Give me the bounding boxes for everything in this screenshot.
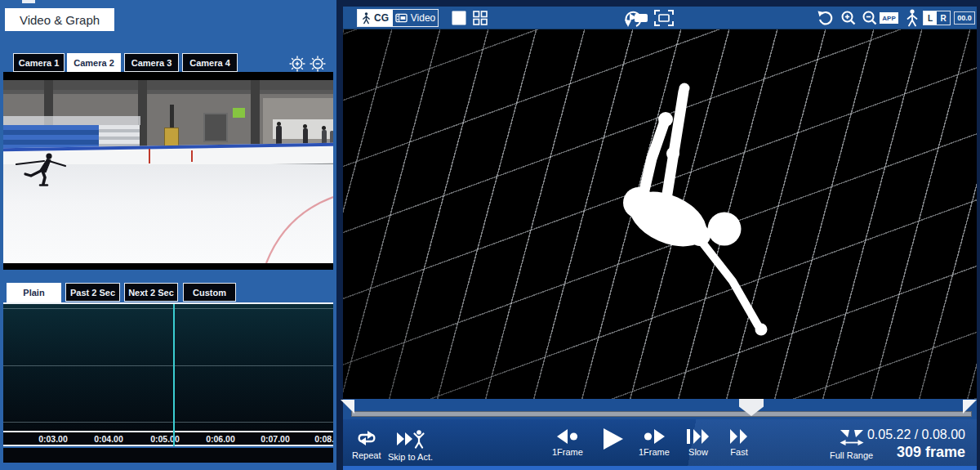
- timeline-lower-area: [3, 448, 333, 463]
- range-start-marker[interactable]: [341, 400, 354, 414]
- speed-badge[interactable]: 00.0: [954, 11, 975, 25]
- brightness-increase-button[interactable]: [289, 56, 305, 72]
- timeline-tick: 0:04.00: [82, 434, 135, 444]
- exit-sign: [233, 108, 245, 118]
- lr-toggle-left[interactable]: L: [924, 11, 937, 25]
- mannequin-figure: [343, 29, 977, 399]
- frame-forward-icon: [644, 429, 665, 444]
- video-graph-panel: Video & Graph Camera 1 Camera 2 Camera 3…: [0, 0, 336, 470]
- repeat-button[interactable]: Repeat: [352, 429, 381, 460]
- reset-view-icon: [817, 9, 835, 27]
- fast-label: Fast: [730, 447, 747, 457]
- timeline-tick: 0:03.00: [27, 434, 79, 444]
- graph-gridline: [3, 308, 333, 309]
- quad-view-button[interactable]: [473, 11, 488, 25]
- spectator-head: [322, 126, 326, 130]
- skater-silhouette: [13, 150, 70, 189]
- tab-graph-past-2-sec[interactable]: Past 2 Sec: [65, 283, 120, 302]
- rink-door: [203, 113, 228, 142]
- fast-icon: [729, 429, 749, 444]
- boards-red-line: [149, 149, 150, 163]
- repeat-label: Repeat: [352, 450, 381, 460]
- frame-back-label: 1Frame: [552, 447, 583, 457]
- skip-to-action-button[interactable]: Skip to Act.: [388, 429, 433, 462]
- play-icon: [603, 427, 624, 450]
- timeline-tick: 00: [3, 434, 23, 444]
- cg-3d-viewport[interactable]: [343, 29, 977, 399]
- zoom-in-button[interactable]: [840, 9, 858, 27]
- playback-scrubber[interactable]: [343, 399, 977, 419]
- graph-time-cursor[interactable]: [173, 304, 175, 446]
- tab-cg-label: CG: [374, 12, 389, 24]
- frame-back-icon: [557, 429, 578, 444]
- skip-to-action-icon: [396, 429, 425, 449]
- fast-button[interactable]: Fast: [729, 429, 749, 457]
- scrubber-track[interactable]: [351, 411, 972, 417]
- camera-follow-button[interactable]: [622, 8, 652, 29]
- lr-toggle[interactable]: L R: [923, 11, 951, 25]
- frame-back-button[interactable]: 1Frame: [552, 429, 583, 457]
- timeline-tick: 0:05.00: [139, 434, 191, 444]
- brightness-decrease-button[interactable]: [310, 56, 326, 72]
- camera-video-feed[interactable]: [3, 72, 333, 270]
- spectator-head: [303, 124, 307, 128]
- spectator-head: [277, 122, 281, 126]
- top-edge-artifact: [22, 0, 35, 3]
- current-total-time: 0.05.22 / 0.08.00: [867, 427, 965, 442]
- tab-cg-view[interactable]: CG: [358, 10, 393, 26]
- tab-graph-plain[interactable]: Plain: [7, 283, 61, 302]
- tab-graph-custom[interactable]: Custom: [183, 283, 236, 302]
- person-icon: [362, 12, 371, 25]
- brightness-increase-icon: [289, 56, 305, 72]
- right-panel-bottom-border: [343, 466, 977, 470]
- tab-video-view[interactable]: Video: [393, 10, 438, 26]
- skeleton-icon: [906, 9, 919, 27]
- video-icon: [395, 13, 408, 23]
- slow-icon: [687, 429, 710, 444]
- zoom-out-icon: [861, 9, 879, 27]
- wall-column: [251, 80, 260, 154]
- panel-title-tab[interactable]: Video & Graph: [5, 8, 114, 31]
- repeat-icon: [354, 429, 379, 447]
- left-panel-bottom-border: [0, 463, 336, 470]
- fit-view-icon: [653, 9, 675, 27]
- equipment-box: [164, 128, 179, 147]
- zoom-in-icon: [840, 9, 858, 27]
- tab-camera-3[interactable]: Camera 3: [124, 53, 179, 72]
- camera-follow-icon: [622, 8, 652, 29]
- spectator: [276, 126, 282, 145]
- timeline-tick: 0:07.00: [249, 434, 301, 444]
- frame-forward-button[interactable]: 1Frame: [639, 429, 670, 457]
- skeleton-toggle-button[interactable]: [906, 9, 919, 27]
- full-range-icon: [838, 429, 866, 447]
- tab-graph-next-2-sec[interactable]: Next 2 Sec: [124, 283, 178, 302]
- slow-button[interactable]: Slow: [687, 429, 710, 457]
- single-view-icon: [452, 11, 466, 25]
- zoom-out-button[interactable]: [861, 9, 879, 27]
- app-window: Video & Graph Camera 1 Camera 2 Camera 3…: [0, 0, 980, 470]
- lr-toggle-right[interactable]: R: [937, 11, 950, 25]
- transport-bar: Repeat Skip to Act.: [343, 419, 977, 466]
- tab-camera-4[interactable]: Camera 4: [182, 53, 238, 72]
- stand-railing: [3, 116, 140, 125]
- app-badge[interactable]: APP: [880, 12, 898, 24]
- timeline-tick: 0:08.00: [303, 434, 333, 444]
- graph-gridline: [3, 365, 333, 366]
- cg-toolbar: CG Video: [343, 7, 977, 29]
- fit-view-button[interactable]: [653, 9, 675, 27]
- brightness-decrease-icon: [310, 56, 326, 72]
- tab-camera-1[interactable]: Camera 1: [13, 53, 65, 72]
- skip-to-action-label: Skip to Act.: [388, 452, 433, 462]
- view-mode-tabs: CG Video: [357, 9, 439, 27]
- reset-view-button[interactable]: [817, 9, 835, 27]
- cg-panel: CG Video: [343, 7, 977, 470]
- slow-label: Slow: [688, 447, 708, 457]
- graph-plot-area[interactable]: [3, 304, 333, 431]
- tab-camera-2[interactable]: Camera 2: [67, 53, 121, 73]
- boards-red-line: [191, 150, 193, 162]
- single-view-button[interactable]: [452, 11, 466, 25]
- time-display: 0.05.22 / 0.08.00 309 frame: [867, 427, 965, 461]
- play-button[interactable]: [603, 427, 624, 450]
- timeline-ruler[interactable]: 00 0:03.00 0:04.00 0:05.00 0:06.00 0:07.…: [3, 431, 333, 446]
- quad-view-icon: [473, 11, 488, 25]
